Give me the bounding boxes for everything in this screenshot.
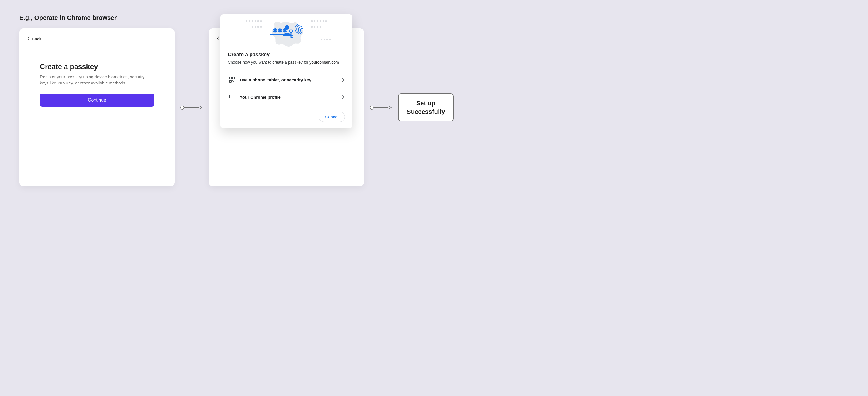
laptop-icon: [228, 94, 235, 100]
arrow-head-icon: [199, 105, 203, 110]
option-phone-tablet-key[interactable]: Use a phone, tablet, or security key: [228, 71, 345, 88]
flow-arrow-1: [180, 105, 203, 110]
svg-rect-4: [229, 77, 231, 79]
example-caption: E.g., Operate in Chrome browser: [19, 14, 868, 22]
svg-point-2: [285, 25, 289, 30]
back-label: Back: [32, 36, 41, 41]
svg-rect-8: [234, 81, 234, 82]
back-button[interactable]: Back: [27, 36, 41, 41]
svg-rect-9: [229, 95, 234, 98]
arrow-line: [374, 107, 389, 108]
qr-device-icon: [228, 76, 235, 83]
chevron-left-icon: [27, 36, 30, 41]
card1-subtitle: Register your passkey using device biome…: [40, 74, 154, 86]
svg-rect-7: [232, 80, 233, 81]
option-chrome-profile[interactable]: Your Chrome profile: [228, 88, 345, 106]
flow-arrow-2: [370, 105, 393, 110]
passkey-create-card: Back Create a passkey Register your pass…: [19, 28, 175, 186]
result-line-1: Set up: [407, 99, 445, 108]
dialog-subtitle: Choose how you want to create a passkey …: [228, 60, 345, 65]
passkey-hero-icon: ✱✱✱: [264, 17, 309, 48]
arrow-head-icon: [389, 105, 393, 110]
arrow-origin-dot: [180, 105, 184, 110]
cancel-button[interactable]: Cancel: [318, 112, 345, 122]
chevron-left-icon: [217, 36, 220, 41]
arrow-origin-dot: [370, 105, 374, 110]
dialog-hero-illustration: ✱✱✱: [220, 14, 352, 50]
chrome-passkey-dialog: ✱✱✱ Create a pass: [220, 14, 352, 128]
dialog-title: Create a passkey: [228, 52, 345, 58]
result-badge: Set up Successfully: [398, 93, 454, 121]
option-label: Your Chrome profile: [240, 95, 337, 99]
option-label: Use a phone, tablet, or security key: [240, 78, 337, 82]
card1-title: Create a passkey: [40, 63, 154, 71]
dialog-domain: yourdomain.com: [309, 60, 339, 65]
chevron-right-icon: [342, 95, 344, 99]
result-line-2: Successfully: [407, 108, 445, 116]
dialog-subtitle-prefix: Choose how you want to create a passkey …: [228, 60, 309, 65]
arrow-line: [184, 107, 199, 108]
browser-dialog-card: Back ✱✱✱: [209, 28, 364, 186]
continue-button[interactable]: Continue: [40, 94, 154, 107]
chevron-right-icon: [342, 78, 344, 82]
flow-stage: Back Create a passkey Register your pass…: [0, 28, 868, 186]
svg-rect-6: [229, 80, 231, 82]
svg-rect-5: [232, 77, 234, 79]
